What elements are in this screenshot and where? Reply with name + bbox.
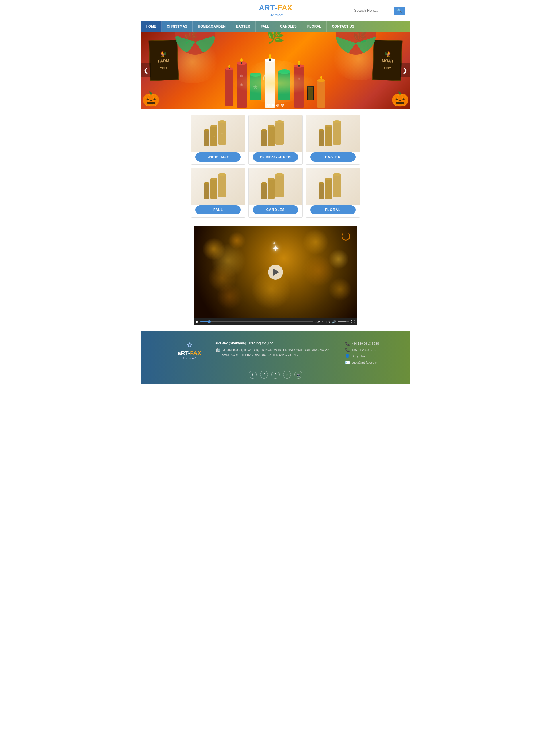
nav-item-easter[interactable]: EASTER	[231, 21, 256, 32]
category-label-fall[interactable]: FALL	[195, 205, 241, 214]
category-label-candles[interactable]: CANDLES	[253, 205, 298, 214]
svg-rect-48	[319, 130, 324, 146]
category-card-christmas[interactable]: ❄ ❄ CHRISTMAS	[191, 115, 245, 165]
svg-point-35	[204, 129, 209, 131]
footer-company-name: aRT-fax (Shenyang) Trading Co.,Ltd.	[215, 341, 336, 345]
video-duration: 1:00	[325, 320, 330, 323]
svg-rect-52	[210, 179, 217, 199]
video-play-icon[interactable]: ▶	[196, 320, 198, 324]
footer-address: ROOM 1605-1,TOWER B,ZHONGRUN INTERNATION…	[222, 347, 336, 357]
svg-rect-60	[261, 183, 267, 199]
svg-rect-42	[261, 130, 267, 146]
nav-item-christmas[interactable]: CHRISTMAS	[161, 21, 192, 32]
dot-4[interactable]	[281, 104, 284, 107]
phone2-icon: 📞	[345, 347, 350, 352]
address-icon: 🏢	[215, 348, 220, 352]
svg-rect-44	[333, 122, 341, 145]
footer-logo-tagline: Life is art	[172, 356, 207, 360]
svg-point-45	[333, 120, 341, 123]
pumpkin-right: 🎃	[391, 92, 409, 106]
svg-point-33	[210, 125, 217, 127]
hero-slider: 🐓 FARM YEET 🐓 FARM YEET	[141, 32, 410, 109]
category-image-fall	[191, 168, 245, 205]
category-image-floral	[306, 168, 360, 205]
svg-point-53	[210, 178, 217, 180]
phone-icon: 📞	[345, 341, 350, 346]
video-play-button[interactable]	[268, 265, 283, 279]
svg-point-9	[240, 58, 243, 62]
svg-point-49	[319, 129, 324, 131]
play-triangle-icon	[273, 269, 279, 275]
video-controls: ▶ 0:05 / 1:00 🔊 ⛶	[194, 318, 357, 325]
farm-sign-right: 🐓 FARM YEET	[373, 40, 403, 81]
video-progress-dot	[208, 320, 211, 323]
svg-point-59	[268, 178, 274, 180]
volume-icon[interactable]: 🔊	[332, 320, 336, 324]
svg-point-47	[325, 125, 332, 127]
search-input[interactable]	[351, 7, 394, 14]
svg-point-67	[319, 182, 324, 184]
svg-rect-56	[276, 174, 284, 197]
social-linkedin[interactable]: in	[283, 370, 291, 379]
volume-bar[interactable]	[338, 321, 349, 322]
slider-next-button[interactable]: ❯	[400, 63, 410, 77]
social-twitter[interactable]: t	[248, 370, 256, 379]
footer-contact: 📞 +86 139 9813 5786 📞 +86 24 23937355 👤 …	[345, 341, 379, 365]
svg-rect-50	[218, 174, 226, 197]
svg-rect-64	[325, 179, 332, 199]
footer-phone2: +86 24 23937355	[352, 348, 376, 351]
svg-point-16	[268, 54, 271, 59]
category-card-easter[interactable]: EASTER	[306, 115, 360, 165]
category-card-homegarden[interactable]: HOME&GARDEN	[248, 115, 303, 165]
dot-3[interactable]	[277, 104, 279, 107]
email-icon: ✉️	[345, 360, 350, 365]
branches-center: 🌿	[266, 32, 285, 43]
social-instagram[interactable]: 📷	[295, 370, 303, 379]
footer-info: aRT-fax (Shenyang) Trading Co.,Ltd. 🏢 RO…	[215, 341, 336, 359]
svg-point-55	[204, 182, 209, 184]
svg-point-43	[261, 129, 267, 131]
svg-point-39	[276, 120, 284, 123]
nav-item-homegarden[interactable]: HOME&GARDEN	[192, 21, 231, 32]
footer-logo-fax: FAX	[190, 350, 201, 356]
video-progress-bar[interactable]	[200, 321, 313, 322]
svg-rect-0	[225, 69, 233, 106]
social-pinterest[interactable]: P	[271, 370, 280, 379]
svg-text:❄: ❄	[221, 132, 223, 135]
svg-rect-62	[333, 174, 341, 197]
category-image-candles	[248, 168, 303, 205]
footer-email: suzy@art-fax.com	[352, 361, 377, 364]
category-label-easter[interactable]: EASTER	[310, 152, 356, 162]
footer-social: t f P in 📷	[146, 365, 405, 380]
svg-point-63	[333, 173, 341, 176]
farm-sign-left: 🐓 FARM YEET	[149, 40, 179, 81]
nav-item-home[interactable]: HOME	[141, 21, 161, 32]
search-button[interactable]: 🔍	[394, 7, 405, 15]
category-card-fall[interactable]: FALL	[191, 168, 245, 217]
nav-item-contact[interactable]: CONTACT US	[327, 21, 359, 32]
dot-2[interactable]	[272, 104, 274, 107]
category-row-1: ❄ ❄ CHRISTMAS HOME&GARDEN	[145, 115, 406, 165]
footer-inner: ✿ aRT-FAX Life is art aRT-fax (Shenyang)…	[172, 341, 379, 365]
svg-rect-54	[204, 183, 209, 199]
logo-dash: -	[275, 3, 278, 12]
category-card-floral[interactable]: FLORAL	[306, 168, 360, 217]
fullscreen-icon[interactable]: ⛶	[351, 319, 355, 324]
logo[interactable]: ART-FAX Life is art	[259, 3, 292, 18]
footer-logo-art: aRT	[178, 350, 188, 356]
nav-item-fall[interactable]: FALL	[256, 21, 275, 32]
svg-rect-66	[319, 183, 324, 199]
category-label-christmas[interactable]: CHRISTMAS	[195, 152, 241, 162]
category-card-candles[interactable]: CANDLES	[248, 168, 303, 217]
slider-dots	[267, 104, 284, 107]
category-label-homegarden[interactable]: HOME&GARDEN	[253, 152, 298, 162]
dot-1[interactable]	[267, 104, 270, 107]
slider-prev-button[interactable]: ❮	[141, 63, 151, 77]
nav-item-floral[interactable]: FLORAL	[302, 21, 327, 32]
category-label-floral[interactable]: FLORAL	[310, 205, 356, 214]
svg-point-29	[320, 76, 322, 79]
nav-item-candles[interactable]: CANDLES	[275, 21, 302, 32]
svg-rect-40	[268, 126, 274, 146]
social-facebook[interactable]: f	[260, 370, 268, 379]
video-section: ✦ ✦ ▶ 0:05 / 1:00 🔊 ⛶	[194, 226, 357, 325]
